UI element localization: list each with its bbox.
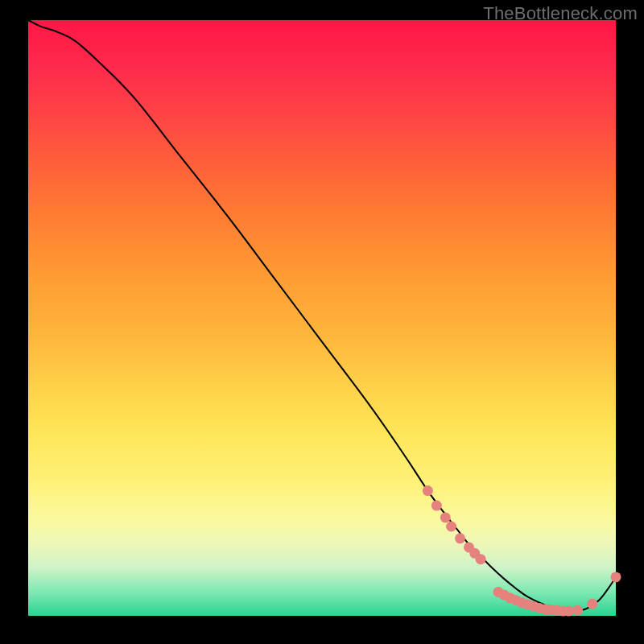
- plot-area: [28, 20, 616, 616]
- curve-marker: [572, 605, 583, 616]
- curve-marker: [446, 522, 456, 532]
- bottleneck-curve: [28, 20, 616, 611]
- curve-marker: [476, 554, 486, 564]
- curve-marker: [587, 599, 597, 609]
- curve-marker: [431, 501, 442, 511]
- chart-stage: TheBottleneck.com: [0, 0, 644, 644]
- curve-marker: [611, 572, 621, 582]
- curve-marker: [423, 485, 433, 496]
- marker-group: [423, 485, 621, 616]
- curve-marker: [455, 533, 465, 543]
- curve-marker: [440, 512, 451, 522]
- plot-svg: [28, 20, 616, 616]
